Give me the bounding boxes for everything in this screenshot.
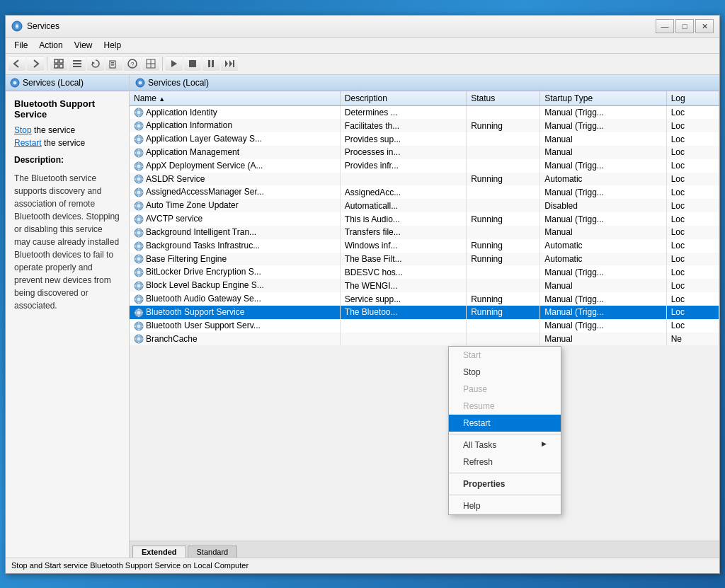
ctx-stop[interactable]: Stop [449,364,561,381]
close-button[interactable]: ✕ [695,19,714,33]
table-row[interactable]: Bluetooth User Support Serv... Manual (T… [130,319,719,333]
ctx-separator-2 [449,473,561,473]
status-text: Stop and Start service Bluetooth Support… [11,561,249,570]
table-row[interactable]: BranchCache Manual Ne [130,333,719,346]
ctx-help[interactable]: Help [449,497,561,514]
svc-desc [340,173,466,186]
svg-point-48 [137,151,141,154]
svg-point-122 [138,316,139,317]
minimize-button[interactable]: — [656,19,674,33]
col-log[interactable]: Log [666,91,719,106]
back-button[interactable] [8,56,25,71]
col-startup[interactable]: Startup Type [540,91,666,106]
table-row[interactable]: Application Identity Determines ... Manu… [130,105,719,119]
svc-status [467,159,540,173]
table-row[interactable]: Block Level Backup Engine S... The WENGI… [130,279,719,292]
table-row[interactable]: Bluetooth Support Service The Bluetoo...… [130,306,719,319]
table-row[interactable]: Background Intelligent Tran... Transfers… [130,226,719,239]
show-hide-button[interactable] [50,56,67,71]
table-row[interactable]: Base Filtering Engine The Base Filt... R… [130,253,719,266]
svg-rect-3 [59,59,63,63]
svg-point-121 [138,309,139,310]
tab-extended[interactable]: Extended [132,546,186,558]
svg-point-52 [142,152,143,154]
ctx-properties[interactable]: Properties [449,475,561,492]
export-button[interactable] [105,56,122,71]
svc-status [467,265,540,279]
svg-point-69 [135,192,136,193]
menu-help[interactable]: Help [98,39,127,52]
tree-header[interactable]: Services (Local) [6,75,129,91]
table-row[interactable]: Bluetooth Audio Gateway Se... Service su… [130,292,719,306]
ctx-restart[interactable]: Restart [449,415,561,432]
table-row[interactable]: Auto Time Zone Updater Automaticall... D… [130,199,719,212]
svg-point-44 [138,142,139,144]
svg-point-54 [137,164,141,168]
svg-point-37 [138,122,139,123]
ctx-pause[interactable]: Pause [449,381,561,398]
svg-point-32 [138,115,139,117]
svg-point-68 [138,195,139,197]
col-status[interactable]: Status [467,91,540,106]
svc-startup: Manual (Trigg... [540,265,666,279]
svc-log: Loc [666,265,719,279]
ctx-refresh[interactable]: Refresh [449,454,561,471]
svc-desc: Transfers file... [340,226,466,239]
stop-action: Stop the service [14,125,120,135]
right-header-label: Services (Local) [148,78,209,88]
table-row[interactable]: Application Layer Gateway S... Provides … [130,132,719,146]
help-toolbar-button[interactable]: ? [124,56,141,71]
restart-link[interactable]: Restart [14,138,42,148]
svc-log: Loc [666,253,719,266]
tab-standard[interactable]: Standard [188,546,238,558]
table-row[interactable]: ASLDR Service Running Automatic Loc [130,173,719,186]
svc-log: Loc [666,226,719,239]
table-row[interactable]: AssignedAccessManager Ser... AssignedAcc… [130,185,719,199]
stop-link[interactable]: Stop [14,125,32,135]
svg-point-72 [137,204,141,208]
maximize-button[interactable]: □ [675,19,694,33]
restart-toolbar-button[interactable] [221,56,238,71]
svc-name: Block Level Backup Engine S... [130,279,340,292]
refresh-toolbar-button[interactable] [87,56,104,71]
table-row[interactable]: BitLocker Drive Encryption S... BDESVC h… [130,265,719,279]
menu-view[interactable]: View [69,39,98,52]
svg-text:?: ? [130,61,134,68]
forward-button[interactable] [27,56,44,71]
stop-toolbar-button[interactable] [184,56,201,71]
menu-action[interactable]: Action [33,39,68,52]
menu-file[interactable]: File [8,39,33,52]
svg-point-49 [138,149,139,150]
pause-toolbar-button[interactable] [202,56,219,71]
svc-name: Background Tasks Infrastruc... [130,239,340,253]
svc-desc [340,333,466,346]
col-description[interactable]: Description [340,91,466,106]
table-row[interactable]: Application Management Processes in... M… [130,146,719,159]
svc-desc: The Bluetoo... [340,306,466,319]
svc-status: Running [467,239,540,253]
svc-startup: Manual (Trigg... [540,159,666,173]
view-toggle-button[interactable] [142,56,159,71]
menu-bar: File Action View Help [6,38,719,54]
col-name[interactable]: Name ▲ [130,91,340,106]
title-controls: — □ ✕ [656,19,714,33]
svc-startup: Manual (Trigg... [540,119,666,132]
svc-name: Auto Time Zone Updater [130,199,340,212]
svg-point-130 [142,325,143,327]
svc-startup: Manual [540,226,666,239]
svc-startup: Disabled [540,199,666,212]
svg-point-103 [138,268,139,270]
ctx-start[interactable]: Start [449,347,561,364]
svc-log: Loc [666,306,719,319]
ctx-all-tasks[interactable]: All Tasks [449,437,561,454]
ctx-resume[interactable]: Resume [449,398,561,415]
list-button[interactable] [69,56,86,71]
services-table-wrapper[interactable]: Name ▲ Description Status Startup Type L… [130,91,719,541]
play-button[interactable] [166,56,183,71]
table-row[interactable]: AVCTP service This is Audio... Running M… [130,212,719,226]
table-row[interactable]: Background Tasks Infrastruc... Windows i… [130,239,719,253]
svg-point-91 [138,242,139,243]
table-row[interactable]: AppX Deployment Service (A... Provides i… [130,159,719,173]
table-row[interactable]: Application Information Facilitates th..… [130,119,719,132]
ctx-separator-3 [449,495,561,495]
